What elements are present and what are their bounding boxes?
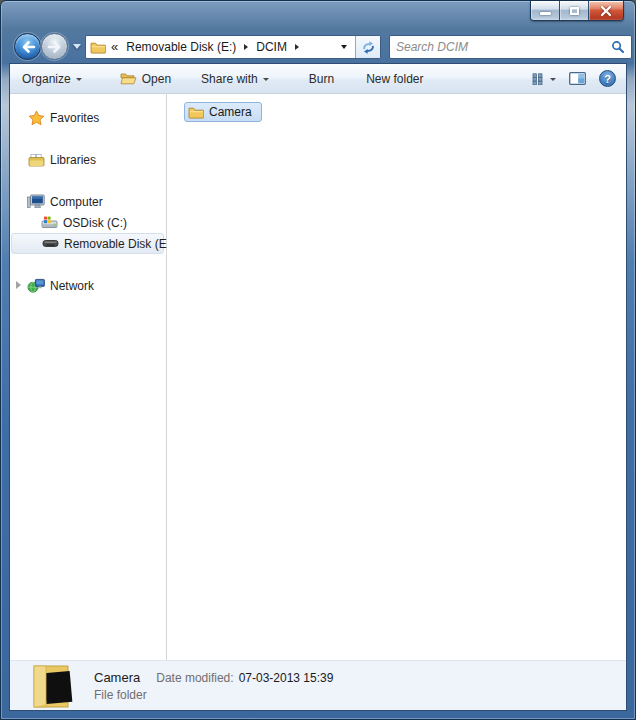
- open-label: Open: [142, 72, 171, 86]
- window-controls: [530, 1, 624, 21]
- chevron-down-icon: [263, 78, 269, 81]
- toolbar-right-group: ?: [531, 70, 616, 87]
- details-text: Camera Date modified: 07-03-2013 15:39 F…: [94, 670, 333, 702]
- new-folder-button[interactable]: New folder: [366, 72, 423, 86]
- burn-label: Burn: [309, 72, 334, 86]
- explorer-window: « Removable Disk (E:) DCIM: [0, 0, 636, 720]
- share-with-button[interactable]: Share with: [201, 72, 269, 86]
- open-button[interactable]: Open: [120, 72, 171, 86]
- search-input[interactable]: [396, 40, 611, 54]
- minimize-icon: [540, 12, 551, 15]
- forward-button[interactable]: [41, 33, 68, 60]
- address-bar[interactable]: « Removable Disk (E:) DCIM: [85, 35, 381, 59]
- folder-icon: [90, 41, 106, 54]
- content-area: Organize Open Share with Burn New folder: [9, 63, 627, 711]
- breadcrumb-overflow-chevron[interactable]: «: [111, 39, 118, 54]
- search-field[interactable]: [389, 35, 632, 59]
- sidebar-item-label: OSDisk (C:): [63, 216, 127, 230]
- sidebar-item-osdisk-c[interactable]: OSDisk (C:): [11, 212, 164, 233]
- refresh-button[interactable]: [355, 36, 380, 58]
- folder-icon: [188, 106, 204, 119]
- preview-pane-icon: [569, 72, 586, 85]
- file-list[interactable]: Camera: [167, 94, 626, 660]
- navigation-pane: Favorites Libraries: [10, 94, 167, 660]
- search-icon[interactable]: [611, 40, 625, 54]
- help-button[interactable]: ?: [599, 70, 616, 87]
- breadcrumb-separator-icon[interactable]: [244, 44, 248, 50]
- details-date-label: Date modified:: [156, 671, 233, 685]
- sidebar-item-network[interactable]: Network: [11, 275, 164, 296]
- computer-icon: [27, 194, 45, 209]
- star-icon: [27, 110, 45, 126]
- sidebar-item-favorites[interactable]: Favorites: [11, 107, 164, 128]
- recent-pages-dropdown[interactable]: [73, 44, 81, 49]
- forward-arrow-icon: [46, 38, 64, 56]
- breadcrumb-segment-drive[interactable]: Removable Disk (E:): [121, 40, 241, 54]
- breadcrumb-separator-icon[interactable]: [295, 44, 299, 50]
- close-button[interactable]: [589, 1, 623, 20]
- help-icon: ?: [604, 73, 611, 85]
- organize-button[interactable]: Organize: [22, 72, 82, 86]
- details-file-type: File folder: [94, 688, 333, 702]
- maximize-button[interactable]: [560, 1, 589, 20]
- explorer-body: Favorites Libraries: [10, 94, 626, 660]
- refresh-icon: [361, 40, 376, 55]
- views-grid-icon: [531, 73, 545, 85]
- os-disk-icon: [40, 216, 58, 229]
- address-dropdown-button[interactable]: [335, 45, 353, 49]
- sidebar-item-label: Computer: [50, 195, 103, 209]
- sidebar-item-libraries[interactable]: Libraries: [11, 149, 164, 170]
- maximize-icon: [570, 7, 579, 15]
- change-view-button[interactable]: [531, 73, 556, 85]
- preview-pane-button[interactable]: [569, 72, 586, 85]
- expand-arrow-icon[interactable]: [16, 281, 21, 289]
- sidebar-item-label: Libraries: [50, 153, 96, 167]
- details-file-name: Camera: [94, 670, 140, 685]
- sidebar-item-label: Network: [50, 279, 94, 293]
- chevron-down-icon: [76, 78, 82, 81]
- removable-disk-icon: [41, 238, 59, 249]
- sidebar-item-removable-disk-e[interactable]: Removable Disk (E:): [11, 233, 164, 254]
- minimize-button[interactable]: [531, 1, 560, 20]
- burn-button[interactable]: Burn: [309, 72, 334, 86]
- close-icon: [600, 6, 612, 16]
- share-with-label: Share with: [201, 72, 258, 86]
- back-arrow-icon: [19, 38, 37, 56]
- camera-folder-large-icon: [30, 663, 76, 709]
- details-date-value: 07-03-2013 15:39: [239, 671, 334, 685]
- command-toolbar: Organize Open Share with Burn New folder: [10, 64, 626, 94]
- open-folder-icon: [120, 72, 137, 85]
- new-folder-label: New folder: [366, 72, 423, 86]
- breadcrumb: « Removable Disk (E:) DCIM: [86, 36, 355, 58]
- sidebar-item-label: Removable Disk (E:): [64, 237, 174, 251]
- file-item-camera[interactable]: Camera: [184, 102, 262, 122]
- sidebar-item-computer[interactable]: Computer: [11, 191, 164, 212]
- sidebar-item-label: Favorites: [50, 111, 99, 125]
- back-button[interactable]: [14, 33, 41, 60]
- chevron-down-icon: [550, 78, 556, 81]
- organize-label: Organize: [22, 72, 71, 86]
- file-item-label: Camera: [209, 105, 252, 119]
- navigation-bar: « Removable Disk (E:) DCIM: [9, 31, 627, 63]
- details-pane: Camera Date modified: 07-03-2013 15:39 F…: [10, 660, 626, 710]
- breadcrumb-segment-dcim[interactable]: DCIM: [251, 40, 292, 54]
- network-icon: [27, 278, 45, 293]
- libraries-icon: [27, 153, 45, 167]
- chevron-down-icon: [341, 45, 347, 49]
